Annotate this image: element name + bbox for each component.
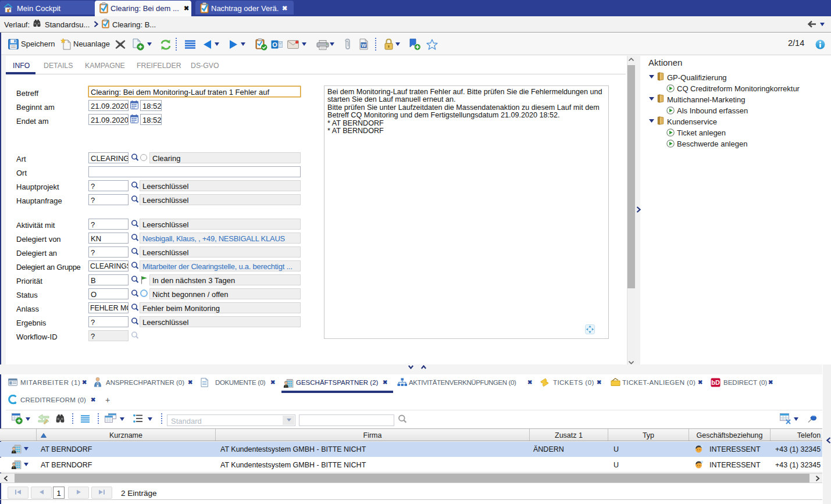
svg-text:O: O: [272, 41, 277, 48]
svg-text:bD: bD: [711, 379, 720, 386]
svg-text:W: W: [361, 42, 366, 48]
